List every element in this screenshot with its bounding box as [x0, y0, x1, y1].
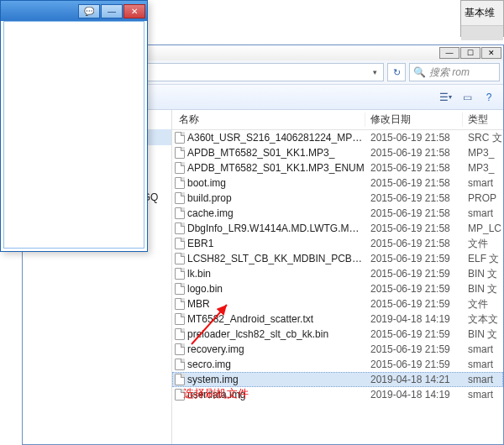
- file-date: 2019-04-18 14:19: [365, 313, 463, 325]
- file-icon: [172, 238, 187, 249]
- view-options-button[interactable]: ☰▾: [436, 89, 454, 106]
- preview-pane-button[interactable]: ▭: [458, 89, 476, 106]
- file-icon: [172, 147, 187, 159]
- file-row[interactable]: cache.img2015-06-19 21:58smart: [172, 206, 503, 221]
- file-row[interactable]: DbgInfo_LR9.W1414A.MD.LWTG.MP_...2015-06…: [172, 221, 503, 236]
- column-header-type[interactable]: 类型: [463, 113, 503, 127]
- file-type: MP3_: [463, 147, 503, 159]
- file-name: APDB_MT6582_S01_KK1.MP3_: [187, 147, 365, 159]
- file-icon: [172, 162, 187, 174]
- maximize-button[interactable]: ☐: [460, 47, 480, 59]
- column-header-date[interactable]: 修改日期: [365, 113, 463, 127]
- popup-minimize-button[interactable]: —: [101, 4, 123, 18]
- file-name: A360t_USR_S216_1406281224_MP3V1...: [187, 132, 365, 144]
- file-row[interactable]: MBR2015-06-19 21:59文件: [172, 296, 503, 312]
- file-name: LCSH82_SLT_CB_KK_MDBIN_PCB01_...: [187, 253, 365, 264]
- file-date: 2019-04-18 14:21: [365, 374, 463, 385]
- file-row[interactable]: MT6582_Android_scatter.txt2019-04-18 14:…: [172, 312, 503, 327]
- file-date: 2015-06-19 21:59: [365, 343, 463, 355]
- file-name: recovery.img: [187, 343, 365, 355]
- chevron-down-icon[interactable]: ▾: [370, 68, 380, 76]
- file-type: BIN 文: [463, 282, 503, 296]
- file-type: smart: [463, 359, 503, 370]
- file-row[interactable]: A360t_USR_S216_1406281224_MP3V1...2015-0…: [172, 130, 503, 145]
- file-name: build.prop: [187, 192, 365, 204]
- file-icon: [172, 268, 187, 280]
- file-row[interactable]: EBR12015-06-19 21:58文件: [172, 236, 503, 251]
- file-name: EBR1: [187, 238, 365, 249]
- file-name: secro.img: [187, 359, 365, 370]
- file-date: 2015-06-19 21:58: [365, 132, 463, 144]
- side-panel-fragment: 基本维: [460, 0, 504, 37]
- file-date: 2015-06-19 21:58: [365, 207, 463, 219]
- file-row[interactable]: preloader_lcsh82_slt_cb_kk.bin2015-06-19…: [172, 327, 503, 342]
- file-icon: [172, 374, 187, 385]
- file-icon: [172, 283, 187, 295]
- file-icon: [172, 343, 187, 355]
- close-button[interactable]: ✕: [481, 47, 501, 59]
- file-type: ELF 文: [463, 252, 503, 266]
- popup-speech-button[interactable]: 💬: [78, 4, 100, 18]
- search-input[interactable]: 🔍 搜索 rom: [409, 63, 500, 81]
- file-type: SRC 文: [463, 131, 503, 145]
- file-type: 文件: [463, 237, 503, 251]
- file-row[interactable]: system.img2019-04-18 14:21smart: [172, 372, 503, 387]
- file-name: system.img: [187, 374, 365, 385]
- annotation-label: 选择刷机文件: [183, 386, 249, 401]
- file-row[interactable]: APDB_MT6582_S01_KK1.MP3_2015-06-19 21:58…: [172, 145, 503, 160]
- file-icon: [172, 359, 187, 370]
- search-icon: 🔍: [413, 66, 426, 78]
- column-header-name[interactable]: 名称: [172, 113, 365, 127]
- file-row[interactable]: APDB_MT6582_S01_KK1.MP3_ENUM2015-06-19 2…: [172, 160, 503, 175]
- file-icon: [172, 222, 187, 234]
- file-date: 2015-06-19 21:59: [365, 283, 463, 295]
- file-date: 2015-06-19 21:59: [365, 359, 463, 370]
- file-row[interactable]: LCSH82_SLT_CB_KK_MDBIN_PCB01_...2015-06-…: [172, 251, 503, 266]
- file-type: 文本文: [463, 312, 503, 327]
- popup-window: 💬 — ✕: [0, 0, 148, 252]
- file-type: 文件: [463, 297, 503, 312]
- file-name: boot.img: [187, 177, 365, 189]
- file-date: 2015-06-19 21:59: [365, 268, 463, 280]
- file-type: smart: [463, 177, 503, 189]
- refresh-button[interactable]: ↻: [387, 63, 406, 81]
- file-type: smart: [463, 374, 503, 385]
- file-date: 2015-06-19 21:58: [365, 177, 463, 189]
- file-date: 2015-06-19 21:59: [365, 328, 463, 340]
- file-type: PROP: [463, 192, 503, 204]
- file-name: DbgInfo_LR9.W1414A.MD.LWTG.MP_...: [187, 222, 365, 234]
- file-type: BIN 文: [463, 327, 503, 342]
- file-type: smart: [463, 389, 503, 400]
- file-type: smart: [463, 207, 503, 219]
- minimize-button[interactable]: —: [439, 47, 459, 59]
- file-icon: [172, 328, 187, 340]
- file-row[interactable]: build.prop2015-06-19 21:58PROP: [172, 191, 503, 206]
- file-row[interactable]: recovery.img2015-06-19 21:59smart: [172, 342, 503, 357]
- popup-close-button[interactable]: ✕: [123, 4, 145, 18]
- file-icon: [172, 207, 187, 219]
- popup-client-area: [3, 21, 144, 249]
- search-placeholder: 搜索 rom: [429, 65, 470, 80]
- file-icon: [172, 313, 187, 325]
- file-name: MBR: [187, 298, 365, 310]
- file-name: MT6582_Android_scatter.txt: [187, 313, 365, 325]
- file-row[interactable]: secro.img2015-06-19 21:59smart: [172, 357, 503, 372]
- file-date: 2015-06-19 21:59: [365, 253, 463, 264]
- popup-titlebar: 💬 — ✕: [1, 1, 147, 21]
- file-date: 2019-04-18 14:19: [365, 389, 463, 400]
- file-row[interactable]: boot.img2015-06-19 21:58smart: [172, 175, 503, 191]
- file-type: smart: [463, 343, 503, 355]
- file-row[interactable]: logo.bin2015-06-19 21:59BIN 文: [172, 281, 503, 296]
- file-list-header: 名称 修改日期 类型: [172, 110, 503, 130]
- file-row[interactable]: lk.bin2015-06-19 21:59BIN 文: [172, 266, 503, 281]
- side-panel-bar: [461, 25, 503, 40]
- file-date: 2015-06-19 21:58: [365, 147, 463, 159]
- help-button[interactable]: ?: [480, 89, 498, 106]
- file-type: MP3_: [463, 162, 503, 174]
- file-date: 2015-06-19 21:58: [365, 192, 463, 204]
- file-name: logo.bin: [187, 283, 365, 295]
- file-date: 2015-06-19 21:58: [365, 238, 463, 249]
- file-name: cache.img: [187, 207, 365, 219]
- file-name: preloader_lcsh82_slt_cb_kk.bin: [187, 328, 365, 340]
- file-type: MP_LC: [463, 222, 503, 234]
